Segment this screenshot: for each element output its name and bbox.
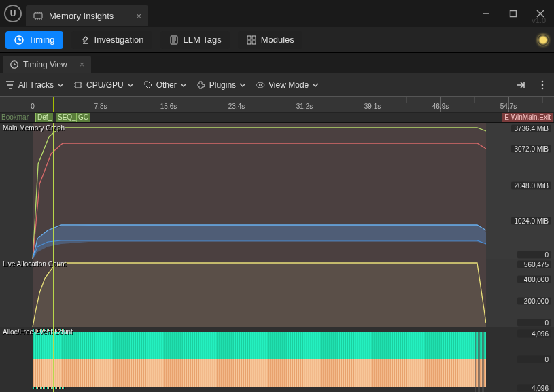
y-tick: 400,000 <box>517 276 551 283</box>
ue-logo-icon[interactable] <box>4 5 22 22</box>
chevron-down-icon <box>127 82 134 88</box>
ruler-tick-label: 23.4s <box>228 103 245 110</box>
filter-plugins-label: Plugins <box>209 80 236 90</box>
titlebar-left: Memory Insights × <box>0 0 148 27</box>
maximize-button[interactable] <box>500 3 527 24</box>
bookmark-mark[interactable]: Def_ <box>35 113 53 122</box>
version-label: v1.0 <box>532 16 546 24</box>
svg-rect-10 <box>510 11 517 17</box>
filter-other-label: Other <box>156 80 177 90</box>
filter-all-tracks[interactable]: All Tracks <box>5 80 64 90</box>
y-tick: 4,096 <box>517 330 551 338</box>
svg-point-34 <box>542 84 544 86</box>
tracks-area[interactable]: Main Memory Graph 3736.4 MiB 3072.0 MiB … <box>0 123 554 392</box>
filter-view-mode[interactable]: View Mode <box>256 80 319 90</box>
overflow-menu-button[interactable] <box>536 79 549 91</box>
main-memory-chart <box>0 123 486 259</box>
svg-point-33 <box>542 80 544 82</box>
ruler-tick-label: 54.7s <box>500 103 517 110</box>
chevron-down-icon <box>180 82 187 88</box>
clock-icon <box>10 60 19 69</box>
ruler-tick-label: 46.9s <box>432 103 449 110</box>
svg-rect-27 <box>75 82 81 88</box>
ruler-tick-label: 7.8s <box>94 103 107 110</box>
svg-point-32 <box>260 84 262 86</box>
time-cursor-line[interactable] <box>53 123 54 392</box>
filter-cpu-gpu-label: CPU/GPU <box>86 80 124 90</box>
tab-modules[interactable]: Modules <box>238 31 302 49</box>
y-axis: 4,096 0 -4,096 <box>485 327 554 392</box>
memory-icon <box>33 10 44 21</box>
y-tick: 3072.0 MiB <box>511 145 551 153</box>
app-tab[interactable]: Memory Insights × <box>26 5 148 26</box>
tab-llm-tags[interactable]: LLM Tags <box>160 31 230 49</box>
y-tick: 2048.0 MiB <box>511 182 551 190</box>
time-ruler[interactable]: 0 7.8s 15.6s 23.4s 31.2s 39.1s 46.9s 54.… <box>0 96 554 113</box>
minimize-button[interactable] <box>472 3 500 24</box>
chevron-down-icon <box>312 82 319 88</box>
tab-investigation[interactable]: Investigation <box>71 31 152 49</box>
tab-modules-label: Modules <box>261 35 294 45</box>
tab-timing[interactable]: Timing <box>5 31 63 49</box>
filter-plugins[interactable]: Plugins <box>196 80 246 90</box>
y-tick: -4,096 <box>517 385 551 392</box>
plugin-icon <box>196 80 206 90</box>
subtab-row: Timing View × <box>0 53 554 73</box>
titlebar: Memory Insights × v1.0 <box>0 0 554 27</box>
subtab-timing-view[interactable]: Timing View × <box>3 56 91 73</box>
y-tick: 3736.4 MiB <box>511 125 551 132</box>
app-tab-close-icon[interactable]: × <box>136 11 141 21</box>
svg-point-35 <box>542 87 544 89</box>
filter-all-tracks-label: All Tracks <box>18 80 54 90</box>
y-tick: 200,000 <box>517 298 551 305</box>
theme-icon[interactable] <box>538 35 549 46</box>
ruler-tick-label: 31.2s <box>296 103 313 110</box>
track-alloc-free[interactable]: Alloc/Free Event Count 4,096 0 -4,096 <box>0 327 554 392</box>
y-tick: 0 <box>517 319 551 327</box>
chevron-down-icon <box>239 82 246 88</box>
ruler-tick-label: 15.6s <box>160 103 177 110</box>
bookmark-header: Bookmar <box>1 113 29 121</box>
bookmark-exit[interactable]: E WinMain.Exit <box>502 113 553 122</box>
y-axis: 3736.4 MiB 3072.0 MiB 2048.0 MiB 1024.0 … <box>485 123 554 259</box>
filter-cpu-gpu[interactable]: CPU/GPU <box>73 80 134 90</box>
filter-icon <box>5 80 15 90</box>
subtab-close-icon[interactable]: × <box>80 60 84 69</box>
eye-icon <box>256 80 265 90</box>
chevron-down-icon <box>57 82 64 88</box>
bookmark-mark[interactable]: GC <box>76 113 90 122</box>
mode-bar: Timing Investigation LLM Tags Modules <box>0 27 554 53</box>
notes-icon <box>169 35 179 46</box>
clock-icon <box>14 35 24 46</box>
y-tick: 0 <box>517 251 551 259</box>
filter-view-mode-label: View Mode <box>269 80 309 90</box>
svg-rect-23 <box>252 41 256 44</box>
bookmark-mark[interactable]: SEQ_ <box>56 113 77 122</box>
bookmark-row[interactable]: Bookmar Def_ SEQ_ GC E WinMain.Exit <box>0 113 554 123</box>
time-cursor[interactable] <box>53 97 54 112</box>
ruler-tick-label: 39.1s <box>364 103 381 110</box>
svg-rect-0 <box>34 13 42 18</box>
filter-other[interactable]: Other <box>143 80 187 90</box>
y-axis: 560,475 400,000 200,000 0 <box>485 259 554 327</box>
subtab-title: Timing View <box>23 60 67 69</box>
tab-llm-tags-label: LLM Tags <box>184 35 222 45</box>
track-live-alloc[interactable]: Live Allocation Count 560,475 400,000 20… <box>0 259 554 327</box>
tab-investigation-label: Investigation <box>94 35 144 45</box>
track-main-memory[interactable]: Main Memory Graph 3736.4 MiB 3072.0 MiB … <box>0 123 554 259</box>
y-tick: 1024.0 MiB <box>511 217 551 225</box>
y-tick: 0 <box>517 356 551 363</box>
chip-icon <box>73 80 83 90</box>
y-tick: 560,475 <box>517 261 551 268</box>
microscope-icon <box>80 35 90 46</box>
tab-timing-label: Timing <box>29 35 55 45</box>
goto-end-button[interactable] <box>515 79 527 91</box>
alloc-free-chart <box>0 327 486 392</box>
modules-icon <box>246 35 257 46</box>
svg-rect-21 <box>252 36 256 39</box>
app-tab-title: Memory Insights <box>49 11 114 21</box>
live-alloc-chart <box>0 259 486 327</box>
tag-icon <box>143 80 153 90</box>
svg-rect-20 <box>247 36 251 39</box>
svg-rect-22 <box>247 41 251 44</box>
